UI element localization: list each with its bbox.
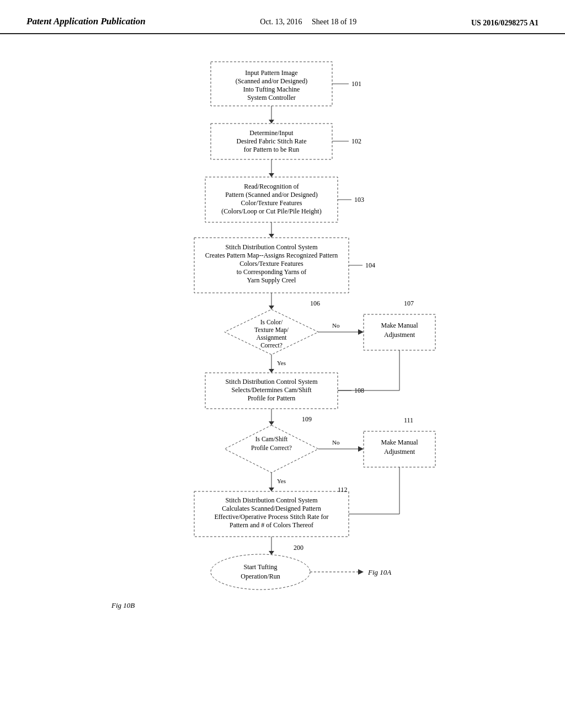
svg-marker-85: [269, 551, 274, 555]
sheet-number: Sheet 18 of 19: [312, 18, 356, 26]
svg-text:Stitch Distribution Control Sy: Stitch Distribution Control System: [225, 243, 318, 251]
flowchart-svg: Input Pattern Image (Scanned and/or Desi…: [89, 51, 476, 679]
svg-marker-43: [358, 329, 364, 335]
svg-marker-91: [358, 569, 364, 575]
svg-text:112: 112: [338, 486, 348, 494]
publication-date: Oct. 13, 2016: [260, 18, 302, 26]
svg-marker-61: [269, 421, 274, 425]
flowchart-container: Input Pattern Image (Scanned and/or Desi…: [89, 51, 476, 682]
svg-text:Adjustment: Adjustment: [384, 448, 415, 456]
svg-text:No: No: [332, 322, 340, 329]
svg-text:System Controller: System Controller: [247, 94, 296, 101]
svg-text:Color/Texture Features: Color/Texture Features: [241, 199, 302, 207]
svg-text:for Pattern to be Run: for Pattern to be Run: [244, 146, 300, 153]
svg-text:Desired Fabric Stitch Rate: Desired Fabric Stitch Rate: [237, 137, 307, 145]
svg-marker-8: [269, 120, 274, 124]
svg-text:Adjustment: Adjustment: [384, 331, 415, 339]
svg-text:106: 106: [310, 299, 320, 307]
page-header: Patent Application Publication Oct. 13, …: [0, 0, 565, 34]
svg-text:Is Cam/Shift: Is Cam/Shift: [255, 436, 288, 442]
svg-text:Selects/Determines Cam/Shift: Selects/Determines Cam/Shift: [232, 386, 312, 394]
svg-text:Make Manual: Make Manual: [381, 322, 419, 329]
svg-text:Yarn Supply Creel: Yarn Supply Creel: [247, 276, 296, 284]
svg-text:Pattern (Scanned and/or Design: Pattern (Scanned and/or Designed): [225, 191, 318, 199]
svg-text:Profile Correct?: Profile Correct?: [251, 445, 292, 451]
svg-marker-25: [269, 234, 274, 238]
svg-text:Make Manual: Make Manual: [381, 438, 419, 446]
svg-text:107: 107: [404, 299, 414, 307]
publication-title: Patent Application Publication: [26, 15, 146, 28]
svg-text:Profile for Pattern: Profile for Pattern: [248, 394, 296, 402]
svg-text:Pattern and # of Colors Thereo: Pattern and # of Colors Thereof: [230, 521, 313, 529]
svg-text:103: 103: [354, 196, 364, 204]
svg-text:Correct?: Correct?: [260, 342, 282, 349]
svg-marker-67: [358, 446, 364, 452]
svg-marker-16: [269, 173, 274, 177]
svg-text:Yes: Yes: [277, 478, 286, 484]
main-content: Input Pattern Image (Scanned and/or Desi…: [0, 34, 565, 698]
svg-text:Determine/Input: Determine/Input: [249, 129, 294, 137]
svg-marker-74: [269, 488, 274, 491]
svg-text:200: 200: [294, 544, 303, 552]
svg-text:Yes: Yes: [277, 360, 286, 366]
svg-text:to Corresponding Yarns of: to Corresponding Yarns of: [237, 268, 307, 276]
svg-marker-35: [269, 306, 274, 309]
svg-text:Fig 10B: Fig 10B: [111, 601, 135, 609]
svg-text:111: 111: [404, 416, 413, 424]
svg-text:Texture Map/: Texture Map/: [254, 326, 289, 334]
svg-text:Stitch Distribution Control Sy: Stitch Distribution Control System: [225, 496, 318, 504]
svg-text:Operation/Run: Operation/Run: [241, 572, 280, 580]
svg-text:Into Tufting Machine: Into Tufting Machine: [243, 85, 300, 93]
svg-text:Creates Pattern Map--Assigns R: Creates Pattern Map--Assigns Recognized …: [205, 251, 338, 259]
svg-text:Fig 10A: Fig 10A: [367, 568, 391, 576]
svg-point-87: [211, 554, 310, 590]
svg-text:102: 102: [351, 137, 361, 145]
svg-marker-50: [269, 369, 274, 373]
svg-text:(Colors/Loop or Cut Pile/Pile : (Colors/Loop or Cut Pile/Pile Height): [221, 207, 321, 215]
svg-text:(Scanned and/or Designed): (Scanned and/or Designed): [236, 77, 308, 85]
svg-text:Colors/Texture Features: Colors/Texture Features: [239, 260, 303, 267]
svg-text:Stitch Distribution Control Sy: Stitch Distribution Control System: [225, 378, 318, 386]
svg-text:Is Color/: Is Color/: [260, 319, 283, 325]
patent-number: US 2016/0298275 A1: [471, 19, 539, 28]
svg-text:101: 101: [351, 80, 361, 88]
page: Patent Application Publication Oct. 13, …: [0, 0, 565, 728]
svg-text:Effective/Operative Process St: Effective/Operative Process Stitch Rate …: [214, 513, 328, 521]
header-center: Oct. 13, 2016 Sheet 18 of 19: [260, 16, 356, 28]
svg-text:104: 104: [365, 261, 375, 269]
svg-text:Start Tufting: Start Tufting: [243, 563, 277, 571]
svg-text:Assignment: Assignment: [257, 334, 287, 341]
svg-text:Input Pattern Image: Input Pattern Image: [245, 69, 297, 77]
svg-text:109: 109: [302, 415, 312, 423]
svg-text:Read/Recognition of: Read/Recognition of: [244, 183, 299, 190]
svg-text:No: No: [332, 439, 340, 446]
svg-text:Calculates Scanned/Designed Pa: Calculates Scanned/Designed Pattern: [222, 505, 321, 512]
